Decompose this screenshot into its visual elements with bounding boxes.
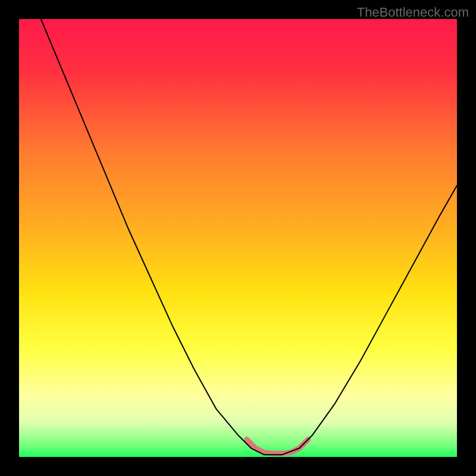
plot-background — [19, 19, 457, 457]
bottleneck-chart: TheBottleneck.com — [0, 0, 476, 476]
chart-svg — [0, 0, 476, 476]
watermark-text: TheBottleneck.com — [357, 5, 469, 20]
